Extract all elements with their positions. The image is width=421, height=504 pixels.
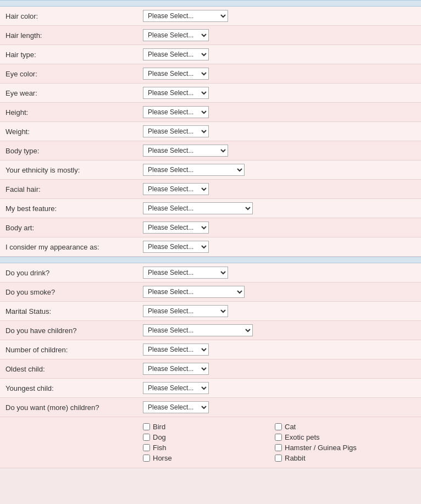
control-ethnicity: Please Select... <box>143 164 416 176</box>
select-eye-color[interactable]: Please Select... <box>143 68 209 80</box>
lifestyle-row-oldest-child: Oldest child:Please Select... <box>0 359 421 379</box>
label-youngest-child: Youngest child: <box>5 384 143 392</box>
checkbox-label-pet-bird: Bird <box>153 423 165 431</box>
checkbox-pet-dog[interactable] <box>143 434 150 441</box>
select-smoke[interactable]: Please Select... <box>143 286 245 298</box>
checkbox-pet-fish[interactable] <box>143 444 150 451</box>
select-appearance-consider[interactable]: Please Select... <box>143 241 209 253</box>
label-num-children: Number of children: <box>5 346 143 354</box>
checkbox-pet-bird[interactable] <box>143 423 150 430</box>
lifestyle-row-marital-status: Marital Status:Please Select... <box>0 302 421 321</box>
appearance-row-hair-length: Hair length:Please Select... <box>0 26 421 45</box>
checkbox-pet-rabbit[interactable] <box>275 455 282 462</box>
checkbox-item-pet-cat: Cat <box>275 423 401 431</box>
select-ethnicity[interactable]: Please Select... <box>143 164 245 176</box>
checkbox-label-pet-horse: Horse <box>153 454 172 462</box>
select-weight[interactable]: Please Select... <box>143 125 209 137</box>
checkbox-label-pet-exotic: Exotic pets <box>285 433 320 441</box>
control-want-children: Please Select... <box>143 401 416 413</box>
checkbox-pet-hamster[interactable] <box>275 444 282 451</box>
label-hair-type: Hair type: <box>5 51 143 59</box>
lifestyle-row-drink: Do you drink?Please Select... <box>0 263 421 283</box>
control-body-art: Please Select... <box>143 221 416 234</box>
label-hair-length: Hair length: <box>5 31 143 40</box>
label-have-children: Do you have children? <box>5 326 143 335</box>
checkbox-item-pet-exotic: Exotic pets <box>275 433 401 441</box>
lifestyle-row-num-children: Number of children:Please Select... <box>0 340 421 359</box>
appearance-row-ethnicity: Your ethnicity is mostly:Please Select..… <box>0 160 421 180</box>
label-marital-status: Marital Status: <box>5 307 143 315</box>
checkbox-label-pet-dog: Dog <box>153 433 166 441</box>
label-hair-color: Hair color: <box>5 12 143 20</box>
label-body-type: Body type: <box>5 147 143 155</box>
lifestyle-row-smoke: Do you smoke?Please Select... <box>0 283 421 302</box>
appearance-row-hair-color: Hair color:Please Select... <box>0 7 421 26</box>
control-num-children: Please Select... <box>143 344 416 356</box>
appearance-row-body-type: Body type:Please Select... <box>0 141 421 160</box>
select-body-type[interactable]: Please Select... <box>143 145 228 157</box>
checkbox-label-pet-rabbit: Rabbit <box>285 454 306 462</box>
select-best-feature[interactable]: Please Select... <box>143 202 253 214</box>
select-hair-type[interactable]: Please Select... <box>143 48 209 60</box>
lifestyle-section-header <box>0 257 421 263</box>
checkbox-item-pet-bird: Bird <box>143 423 269 431</box>
control-weight: Please Select... <box>143 125 416 137</box>
label-eye-wear: Eye wear: <box>5 89 143 97</box>
pets-row: BirdCatDogExotic petsFishHamster / Guine… <box>0 417 421 468</box>
checkbox-pet-exotic[interactable] <box>275 434 282 441</box>
control-eye-wear: Please Select... <box>143 87 416 99</box>
select-facial-hair[interactable]: Please Select... <box>143 183 209 195</box>
select-oldest-child[interactable]: Please Select... <box>143 363 209 375</box>
checkbox-pet-horse[interactable] <box>143 455 150 462</box>
control-body-type: Please Select... <box>143 145 416 157</box>
label-ethnicity: Your ethnicity is mostly: <box>5 166 143 174</box>
pets-control: BirdCatDogExotic petsFishHamster / Guine… <box>143 420 416 464</box>
select-hair-length[interactable]: Please Select... <box>143 29 209 41</box>
label-best-feature: My best feature: <box>5 204 143 213</box>
checkbox-item-pet-dog: Dog <box>143 433 269 441</box>
select-marital-status[interactable]: Please Select... <box>143 305 228 317</box>
lifestyle-form: Do you drink?Please Select...Do you smok… <box>0 263 421 417</box>
appearance-section-header <box>0 0 421 7</box>
lifestyle-row-want-children: Do you want (more) children?Please Selec… <box>0 398 421 417</box>
checkbox-item-pet-rabbit: Rabbit <box>275 454 401 462</box>
control-eye-color: Please Select... <box>143 68 416 80</box>
lifestyle-row-have-children: Do you have children?Please Select... <box>0 321 421 340</box>
control-smoke: Please Select... <box>143 286 416 298</box>
appearance-row-height: Height:Please Select... <box>0 103 421 122</box>
checkbox-label-pet-fish: Fish <box>153 444 167 452</box>
control-youngest-child: Please Select... <box>143 382 416 394</box>
select-body-art[interactable]: Please Select... <box>143 221 209 234</box>
appearance-row-weight: Weight:Please Select... <box>0 122 421 141</box>
appearance-form: Hair color:Please Select...Hair length:P… <box>0 7 421 257</box>
control-marital-status: Please Select... <box>143 305 416 317</box>
label-eye-color: Eye color: <box>5 70 143 78</box>
select-have-children[interactable]: Please Select... <box>143 324 253 336</box>
select-drink[interactable]: Please Select... <box>143 267 228 279</box>
control-height: Please Select... <box>143 106 416 118</box>
label-body-art: Body art: <box>5 224 143 232</box>
appearance-row-eye-wear: Eye wear:Please Select... <box>0 84 421 103</box>
checkbox-label-pet-cat: Cat <box>285 423 296 431</box>
checkbox-pet-cat[interactable] <box>275 423 282 430</box>
checkbox-item-pet-fish: Fish <box>143 444 269 452</box>
select-eye-wear[interactable]: Please Select... <box>143 87 209 99</box>
appearance-row-eye-color: Eye color:Please Select... <box>0 64 421 84</box>
select-youngest-child[interactable]: Please Select... <box>143 382 209 394</box>
select-num-children[interactable]: Please Select... <box>143 344 209 356</box>
pets-checkbox-grid: BirdCatDogExotic petsFishHamster / Guine… <box>143 420 401 464</box>
control-appearance-consider: Please Select... <box>143 241 416 253</box>
select-height[interactable]: Please Select... <box>143 106 209 118</box>
label-facial-hair: Facial hair: <box>5 185 143 193</box>
lifestyle-row-youngest-child: Youngest child:Please Select... <box>0 379 421 398</box>
control-best-feature: Please Select... <box>143 202 416 214</box>
control-drink: Please Select... <box>143 267 416 279</box>
label-appearance-consider: I consider my appearance as: <box>5 243 143 251</box>
select-want-children[interactable]: Please Select... <box>143 401 209 413</box>
appearance-row-best-feature: My best feature:Please Select... <box>0 199 421 218</box>
label-oldest-child: Oldest child: <box>5 365 143 373</box>
label-want-children: Do you want (more) children? <box>5 403 143 412</box>
control-hair-color: Please Select... <box>143 10 416 22</box>
select-hair-color[interactable]: Please Select... <box>143 10 228 22</box>
appearance-row-body-art: Body art:Please Select... <box>0 218 421 237</box>
